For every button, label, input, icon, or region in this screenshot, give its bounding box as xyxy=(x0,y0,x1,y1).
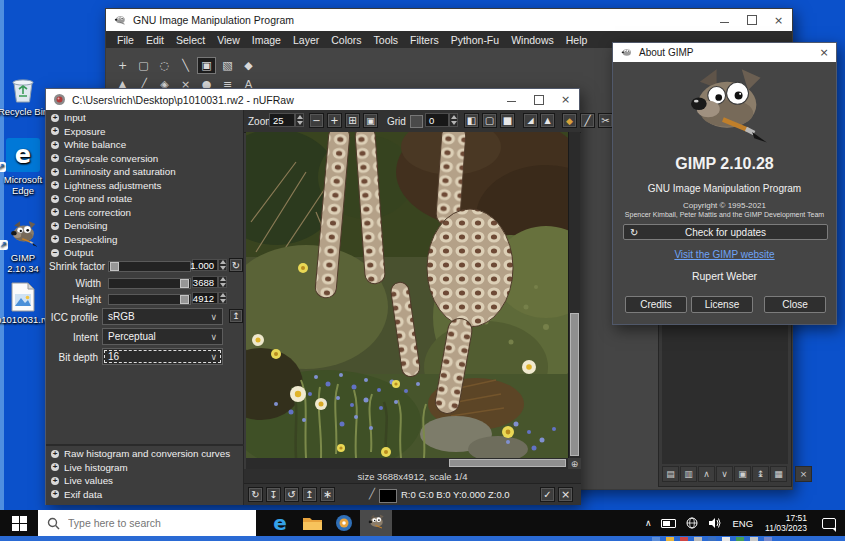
save-button[interactable]: ↧ xyxy=(266,487,281,502)
grid-count-value[interactable]: 0 xyxy=(425,113,449,127)
menu-edit[interactable]: Edit xyxy=(146,34,164,46)
color-picker-icon[interactable]: ╱ xyxy=(369,488,375,499)
cancel-button[interactable]: × xyxy=(558,487,573,502)
close-button[interactable]: × xyxy=(812,43,836,62)
tray-chevron-icon[interactable]: ∧ xyxy=(640,518,657,528)
tool-crop-icon[interactable]: ▣ xyxy=(197,57,216,74)
tool-warp-icon[interactable]: ◆ xyxy=(239,57,258,74)
maximize-button[interactable] xyxy=(738,9,765,31)
close-button[interactable]: × xyxy=(552,89,579,110)
intent-dropdown[interactable]: Perceptual∨ xyxy=(102,328,223,345)
search-input[interactable] xyxy=(38,510,256,536)
maximize-button[interactable] xyxy=(525,89,552,110)
width-spinner[interactable] xyxy=(218,276,227,288)
tool-free-select-icon[interactable]: ◌ xyxy=(155,57,174,74)
minimize-button[interactable] xyxy=(711,9,738,31)
width-slider[interactable] xyxy=(108,278,191,289)
expander-lightness[interactable]: +Lightness adjustments xyxy=(46,179,243,193)
background-light-button[interactable]: ■ xyxy=(500,113,515,128)
taskbar-search[interactable] xyxy=(38,510,256,536)
new-layer-icon[interactable]: ▤ xyxy=(662,466,679,482)
menu-python-fu[interactable]: Python-Fu xyxy=(451,34,499,46)
shrink-factor-slider[interactable] xyxy=(108,261,191,272)
expander-luminosity[interactable]: +Luminosity and saturation xyxy=(46,165,243,179)
vertical-scrollbar-thumb[interactable] xyxy=(570,313,579,456)
ok-button[interactable]: ✓ xyxy=(540,487,555,502)
ufraw-titlebar[interactable]: C:\Users\rich\Desktop\p1010031.rw2 - nUF… xyxy=(46,89,579,110)
speaker-icon[interactable] xyxy=(708,517,721,529)
check-updates-button[interactable]: ↻ Check for updates xyxy=(623,224,828,240)
expander-exif-data[interactable]: +Exif data xyxy=(46,488,243,502)
menu-windows[interactable]: Windows xyxy=(511,34,554,46)
action-center-button[interactable] xyxy=(813,510,845,536)
expander-crop-rotate[interactable]: +Crop and rotate xyxy=(46,192,243,206)
start-button[interactable] xyxy=(0,510,38,536)
expander-raw-histogram[interactable]: +Raw histogram and conversion curves xyxy=(46,447,243,461)
tool-transform-icon[interactable]: ▧ xyxy=(218,57,237,74)
minimize-button[interactable] xyxy=(498,89,525,110)
zoom-out-button[interactable]: − xyxy=(309,113,324,128)
tool-rect-select-icon[interactable]: ▢ xyxy=(134,57,153,74)
refresh-button[interactable]: ↻ xyxy=(248,487,263,502)
expander-white-balance[interactable]: +White balance xyxy=(46,138,243,152)
pan-icon[interactable]: ⊕ xyxy=(568,458,581,469)
options-button[interactable]: ∗ xyxy=(320,487,335,502)
taskbar-edge-button[interactable]: e xyxy=(264,510,296,536)
gimp-titlebar[interactable]: GNU Image Manipulation Program × xyxy=(106,9,792,31)
anchor-layer-icon[interactable]: ↨ xyxy=(752,466,769,482)
grid-spinner[interactable] xyxy=(449,113,458,127)
image-preview[interactable] xyxy=(246,132,568,458)
license-button[interactable]: License xyxy=(691,296,753,313)
expander-grayscale[interactable]: +Grayscale conversion xyxy=(46,152,243,166)
load-button[interactable]: ↥ xyxy=(302,487,317,502)
width-value[interactable]: 3688 xyxy=(192,276,218,288)
zoom-in-button[interactable]: + xyxy=(327,113,342,128)
close-dialog-button[interactable]: Close xyxy=(764,296,826,313)
expander-despeckling[interactable]: +Despeckling xyxy=(46,233,243,247)
expander-input[interactable]: +Input xyxy=(46,111,243,125)
zoom-spinner[interactable] xyxy=(295,113,304,127)
tool-move-icon[interactable]: + xyxy=(113,57,132,74)
close-button[interactable]: × xyxy=(765,9,792,31)
height-slider[interactable] xyxy=(108,294,191,305)
credits-button[interactable]: Credits xyxy=(625,296,687,313)
zoom-fit-button[interactable]: ⊞ xyxy=(345,113,360,128)
raise-layer-icon[interactable]: ∧ xyxy=(698,466,715,482)
shrink-spinner[interactable] xyxy=(218,259,227,271)
delete-layer-icon[interactable]: × xyxy=(795,466,812,482)
menu-file[interactable]: File xyxy=(117,34,134,46)
taskbar-explorer-button[interactable] xyxy=(296,510,328,536)
expander-live-histogram[interactable]: +Live histogram xyxy=(46,461,243,475)
expander-live-values[interactable]: +Live values xyxy=(46,474,243,488)
shrink-factor-value[interactable]: 1.000 xyxy=(192,259,218,271)
crop-scissors-button[interactable]: ✂ xyxy=(598,113,613,128)
expander-exposure[interactable]: +Exposure xyxy=(46,125,243,139)
tray-language[interactable]: ENG xyxy=(726,518,759,529)
menu-image[interactable]: Image xyxy=(252,34,281,46)
spot-white-balance-button[interactable]: ◆ xyxy=(562,113,577,128)
shadow-clip-indicator-button[interactable]: ▲ xyxy=(540,113,555,128)
merge-layer-icon[interactable]: ▦ xyxy=(770,466,787,482)
menu-colors[interactable]: Colors xyxy=(331,34,361,46)
vertical-scrollbar[interactable] xyxy=(568,132,580,458)
taskbar-gimp-button[interactable] xyxy=(360,510,392,536)
desktop-icon-raw-file[interactable]: p1010031.rw2 xyxy=(0,282,50,325)
menu-select[interactable]: Select xyxy=(176,34,205,46)
undo-button[interactable]: ↺ xyxy=(284,487,299,502)
reset-shrink-button[interactable]: ↻ xyxy=(229,258,243,272)
tool-paths-icon[interactable]: ╲ xyxy=(176,57,195,74)
background-mid-button[interactable]: ▢ xyxy=(482,113,497,128)
load-icc-profile-button[interactable]: ↥ xyxy=(229,309,243,323)
network-globe-icon[interactable] xyxy=(686,517,698,529)
battery-icon[interactable] xyxy=(661,519,676,528)
desktop-icon-edge[interactable]: e ↗ Microsoft Edge xyxy=(0,138,50,196)
background-dark-button[interactable]: ◧ xyxy=(464,113,479,128)
height-value[interactable]: 4912 xyxy=(192,292,218,304)
bit-depth-dropdown[interactable]: 16∨ xyxy=(102,348,223,365)
menu-help[interactable]: Help xyxy=(566,34,588,46)
about-titlebar[interactable]: About GIMP × xyxy=(613,43,836,62)
highlight-clip-indicator-button[interactable]: ◢ xyxy=(523,113,538,128)
horizontal-scrollbar-thumb[interactable] xyxy=(449,459,566,467)
menu-filters[interactable]: Filters xyxy=(410,34,439,46)
lower-layer-icon[interactable]: ∨ xyxy=(716,466,733,482)
